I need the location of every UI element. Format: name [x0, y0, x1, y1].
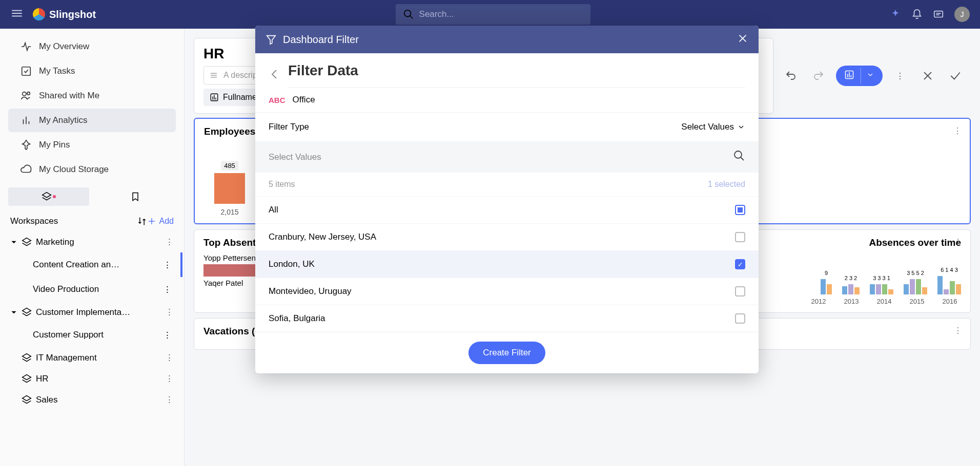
create-filter-button[interactable]: Create Filter: [468, 342, 545, 364]
redo-button[interactable]: [808, 66, 829, 86]
sidebar-item-overview[interactable]: My Overview: [8, 35, 176, 58]
option-all[interactable]: All: [255, 196, 759, 223]
undo-button[interactable]: [781, 66, 801, 86]
sidebar-item-label: My Analytics: [39, 115, 87, 125]
option-label: Sofia, Bulgaria: [269, 313, 325, 324]
logo-icon: [33, 8, 45, 20]
search-icon: [403, 9, 414, 20]
filter-type-value: Select Values: [681, 122, 734, 132]
filter-icon: [266, 34, 277, 45]
workspace-child[interactable]: Video Production⋮: [0, 277, 184, 302]
plus-icon: [147, 217, 156, 226]
search-input[interactable]: [419, 9, 583, 19]
more-icon[interactable]: ⋮: [165, 237, 174, 247]
option-label: London, UK: [269, 259, 315, 269]
sidebar-item-label: My Tasks: [39, 66, 75, 76]
more-icon[interactable]: ⋮: [954, 237, 962, 247]
items-count: 5 items: [269, 180, 295, 189]
workspace-child[interactable]: Customer Support⋮: [0, 323, 184, 347]
checkbox-checked[interactable]: ✓: [735, 259, 745, 269]
more-icon[interactable]: ⋮: [954, 326, 962, 335]
label: Select Values: [269, 152, 321, 162]
list-icon: [209, 71, 218, 80]
filter-chip[interactable]: Fullname: [203, 89, 263, 106]
count-row: 5 items 1 selected: [255, 173, 759, 196]
checkbox[interactable]: [735, 232, 745, 242]
more-icon[interactable]: ⋮: [165, 373, 174, 384]
workspace-customer[interactable]: Customer Implementa… ⋮: [0, 302, 184, 323]
workspace-hr[interactable]: HR ⋮: [0, 368, 184, 389]
top-bar: Slingshot J: [0, 0, 980, 29]
sparkle-icon[interactable]: [890, 9, 901, 20]
label: Filter Type: [269, 122, 309, 132]
option-row[interactable]: Montevideo, Uruguay: [255, 278, 759, 305]
workspace-it[interactable]: IT Management ⋮: [0, 347, 184, 368]
sidebar: My Overview My Tasks Shared with Me My A…: [0, 29, 185, 466]
confirm-button[interactable]: [945, 66, 966, 86]
more-icon[interactable]: ⋮: [165, 307, 174, 317]
checkbox-indeterminate[interactable]: [735, 205, 745, 215]
more-icon[interactable]: ⋮: [165, 352, 174, 363]
layers-icon: [22, 374, 32, 384]
workspace-sales[interactable]: Sales ⋮: [0, 389, 184, 410]
sidebar-item-label: Shared with Me: [39, 91, 99, 101]
option-row[interactable]: Sofia, Bulgaria: [255, 305, 759, 332]
close-button[interactable]: [917, 66, 938, 86]
svg-line-4: [410, 16, 413, 19]
svg-point-9: [23, 92, 26, 96]
layers-icon: [22, 395, 32, 405]
bar-chart-icon: [21, 115, 32, 126]
layers-tab[interactable]: [8, 187, 89, 206]
menu-icon[interactable]: [10, 7, 24, 22]
sidebar-item-shared[interactable]: Shared with Me: [8, 84, 176, 108]
modal-footer: Create Filter: [255, 332, 759, 373]
bookmark-tab[interactable]: [95, 187, 176, 206]
add-workspace-button[interactable]: Add: [147, 217, 174, 226]
svg-marker-21: [23, 395, 31, 400]
more-button[interactable]: ⋮: [890, 66, 910, 86]
sidebar-item-analytics[interactable]: My Analytics: [8, 109, 176, 132]
chat-icon[interactable]: [933, 9, 944, 20]
search-icon[interactable]: [733, 150, 745, 164]
modal-header: Dashboard Filter: [255, 26, 759, 53]
field-selector[interactable]: ABC Office: [255, 88, 759, 113]
sidebar-item-cloud[interactable]: My Cloud Storage: [8, 158, 176, 181]
more-icon[interactable]: ⋮: [163, 284, 172, 295]
more-icon[interactable]: ⋮: [165, 394, 174, 405]
sidebar-item-pins[interactable]: My Pins: [8, 133, 176, 157]
more-icon[interactable]: ⋮: [163, 330, 172, 341]
checkbox[interactable]: [735, 313, 745, 324]
modal-subtitle: Filter Data: [288, 62, 745, 88]
more-icon[interactable]: ⋮: [163, 260, 172, 270]
svg-rect-5: [934, 11, 943, 17]
sort-icon[interactable]: [137, 216, 147, 226]
bell-icon[interactable]: [911, 9, 923, 20]
sidebar-item-tasks[interactable]: My Tasks: [8, 59, 176, 83]
workspace-marketing[interactable]: Marketing ⋮: [0, 231, 184, 252]
chart-icon: [210, 93, 219, 102]
sidebar-item-label: My Overview: [39, 41, 89, 52]
logo[interactable]: Slingshot: [33, 8, 96, 20]
option-label: Montevideo, Uruguay: [269, 286, 352, 296]
chevron-down-icon: [10, 309, 17, 316]
option-row[interactable]: Cranbury, New Jersey, USA: [255, 223, 759, 250]
workspace-child[interactable]: Content Creation an…⋮: [0, 252, 184, 277]
option-row[interactable]: London, UK ✓: [255, 250, 759, 278]
add-visualization-button[interactable]: [836, 66, 883, 86]
global-search[interactable]: [396, 4, 590, 25]
back-button[interactable]: [269, 68, 281, 82]
layers-icon: [22, 353, 32, 363]
workspaces-header: Workspaces Add: [0, 211, 184, 231]
more-icon[interactable]: ⋮: [953, 126, 962, 136]
svg-point-38: [734, 151, 742, 158]
close-icon[interactable]: [737, 33, 748, 47]
svg-rect-8: [22, 67, 31, 76]
cloud-icon: [21, 164, 32, 175]
workspace-label: Sales: [36, 395, 58, 405]
svg-marker-35: [267, 36, 276, 45]
avatar[interactable]: J: [954, 7, 970, 22]
chevron-down-icon: [10, 239, 17, 246]
filter-type-row[interactable]: Filter Type Select Values: [255, 113, 759, 141]
checkbox[interactable]: [735, 286, 745, 296]
svg-point-3: [404, 10, 411, 17]
